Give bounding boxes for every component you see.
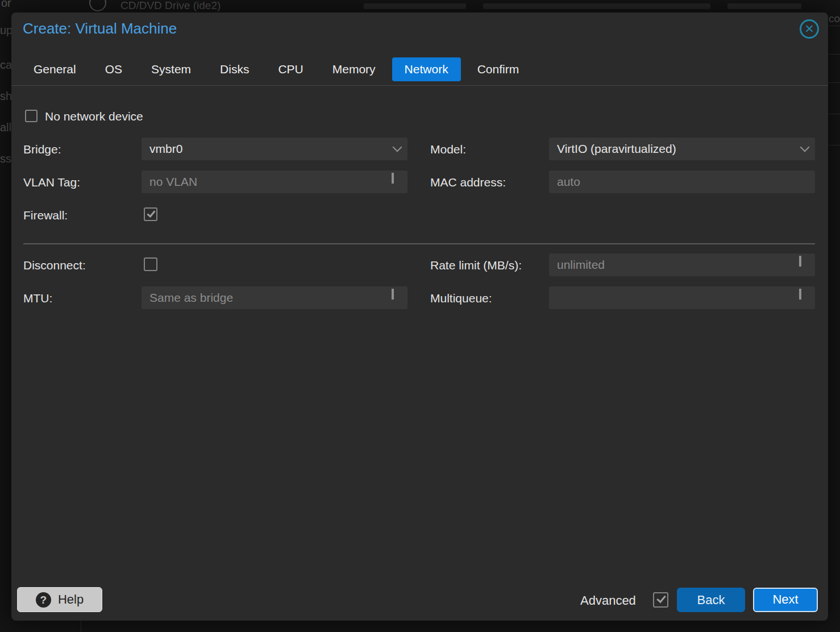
rate-limit-label: Rate limit (MB/s): <box>430 259 522 272</box>
multiqueue-input[interactable] <box>549 286 815 309</box>
mac-address-field <box>549 171 815 193</box>
advanced-section-divider <box>23 243 815 244</box>
help-button-label: Help <box>58 592 84 607</box>
bg-text-fragment: CD/DVD Drive (ide2) <box>120 0 221 12</box>
bg-text-fragment: up <box>0 24 13 37</box>
chevron-down-icon[interactable] <box>394 144 401 151</box>
bg-grid-line <box>828 54 840 55</box>
close-icon[interactable]: ✕ <box>800 19 819 39</box>
model-label: Model: <box>430 143 466 156</box>
no-network-device-checkbox[interactable] <box>25 110 38 122</box>
advanced-checkbox[interactable] <box>653 592 668 608</box>
firewall-label: Firewall: <box>23 209 68 222</box>
mac-address-input[interactable] <box>549 171 815 193</box>
advanced-label: Advanced <box>580 593 636 608</box>
bg-text-fragment: or <box>1 0 11 10</box>
chevron-down-icon[interactable] <box>801 144 808 151</box>
vlan-tag-input[interactable] <box>142 171 407 193</box>
question-mark-icon: ? <box>36 592 51 608</box>
no-network-device-label: No network device <box>45 110 143 123</box>
vlan-tag-label: VLAN Tag: <box>23 176 80 189</box>
bg-grid-line <box>828 82 840 83</box>
rate-limit-spinner-field <box>549 253 815 276</box>
bg-text-fragment: ca <box>0 59 12 72</box>
rate-limit-input[interactable] <box>549 253 815 276</box>
bg-text-fragment: ss <box>0 152 11 165</box>
bridge-input[interactable] <box>142 138 407 160</box>
bridge-label: Bridge: <box>23 143 61 156</box>
create-vm-dialog: Create: Virtual Machine ✕ General OS Sys… <box>11 13 828 621</box>
check-icon <box>656 593 666 603</box>
next-button[interactable]: Next <box>753 588 818 612</box>
tab-memory[interactable]: Memory <box>320 57 388 81</box>
bg-text-fragment: co <box>829 13 840 25</box>
tab-system[interactable]: System <box>139 57 203 81</box>
tab-general[interactable]: General <box>21 57 89 81</box>
tab-network[interactable]: Network <box>392 57 461 81</box>
dialog-title: Create: Virtual Machine <box>23 20 177 38</box>
disconnect-label: Disconnect: <box>23 259 86 272</box>
bg-blurred-text <box>483 3 710 9</box>
mac-address-label: MAC address: <box>430 176 506 189</box>
spinner-icon[interactable] <box>799 256 808 274</box>
back-button[interactable]: Back <box>677 588 745 612</box>
tab-os[interactable]: OS <box>93 57 135 81</box>
multiqueue-spinner-field <box>549 286 815 309</box>
spinner-icon[interactable] <box>799 289 808 307</box>
tabs-separator <box>11 85 828 86</box>
spinner-icon[interactable] <box>392 173 401 191</box>
bg-grid-line <box>828 26 840 26</box>
check-icon <box>147 209 155 218</box>
disconnect-checkbox[interactable] <box>144 257 157 271</box>
bridge-combobox <box>142 138 407 160</box>
spinner-icon[interactable] <box>392 289 401 307</box>
model-combobox <box>549 138 815 160</box>
tab-disks[interactable]: Disks <box>207 57 261 81</box>
bg-text-fragment: sh <box>0 90 12 103</box>
model-input[interactable] <box>549 138 815 160</box>
tab-confirm[interactable]: Confirm <box>465 57 532 81</box>
mtu-input[interactable] <box>142 286 407 309</box>
bg-text-fragment: all <box>0 121 11 134</box>
bg-grid-line <box>828 114 840 114</box>
bg-blurred-text <box>727 3 801 9</box>
bg-grid-line <box>81 621 81 632</box>
bg-grid-line <box>828 145 840 145</box>
tab-cpu[interactable]: CPU <box>265 57 315 81</box>
mtu-spinner-field <box>142 286 407 309</box>
bg-blurred-text <box>364 3 466 9</box>
mtu-label: MTU: <box>23 292 52 305</box>
multiqueue-label: Multiqueue: <box>430 292 492 305</box>
bg-radio-icon <box>89 0 106 11</box>
firewall-checkbox[interactable] <box>144 207 157 221</box>
wizard-tabs: General OS System Disks CPU Memory Netwo… <box>11 57 828 82</box>
vlan-tag-spinner-field <box>142 171 407 193</box>
help-button[interactable]: ? Help <box>17 587 102 612</box>
